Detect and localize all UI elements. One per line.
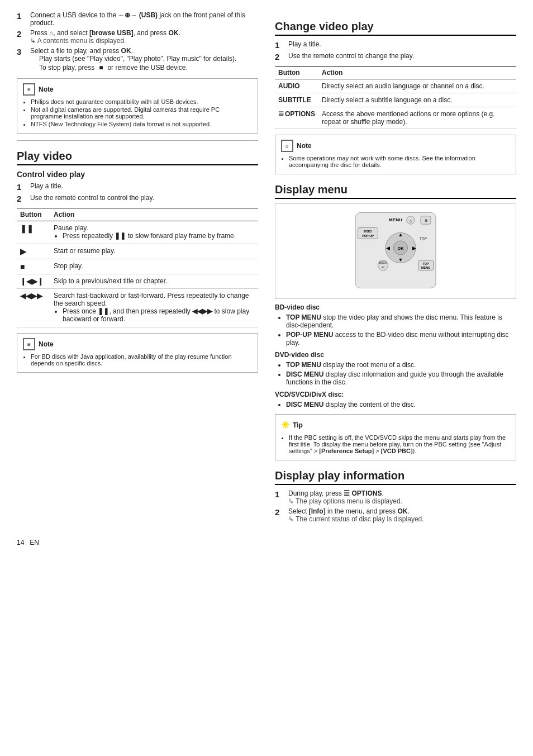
step-number: 1 <box>275 40 284 50</box>
control-table: Button Action ❚❚ Pause play. Press repea… <box>17 208 258 327</box>
bullet-item: TOP MENU display the root menu of a disc… <box>286 361 516 369</box>
action-cell: Pause play. Press repeatedly ❚❚ to slow … <box>50 221 258 244</box>
step-content: Play a title. <box>288 40 516 50</box>
step-content: Play a title. <box>30 182 258 192</box>
svg-text:POP-UP: POP-UP <box>362 234 374 237</box>
usb-step-2: 2 Press ⌂, and select [browse USB], and … <box>17 29 258 45</box>
svg-text:TOP: TOP <box>420 237 427 241</box>
note-header: ≡ Note <box>23 83 252 96</box>
page-number: 14 <box>17 539 24 546</box>
action-cell: Skip to a previous/next title or chapter… <box>50 274 258 289</box>
usb-note-box: ≡ Note Philips does not guarantee compat… <box>17 78 258 134</box>
note-list: For BD discs with Java application, avai… <box>23 353 252 367</box>
play-video-title: Play video <box>17 150 258 165</box>
table-row: SUBTITLE Directly select a subtitle lang… <box>275 93 516 107</box>
svg-text:DISC/: DISC/ <box>364 230 372 233</box>
table-row: AUDIO Directly select an audio language … <box>275 79 516 93</box>
bullet-item: Press repeatedly ❚❚ to slow forward play… <box>63 232 255 240</box>
svg-text:☰: ☰ <box>425 218 427 222</box>
action-cell: Directly select a subtitle language on a… <box>318 93 516 107</box>
step-number: 1 <box>275 489 284 505</box>
table-row: ◀◀▶▶ Search fast-backward or fast-forwar… <box>17 289 258 327</box>
action-bullets: Press once ❚❚, and then press repeatedly… <box>54 307 255 323</box>
note-icon: ≡ <box>23 83 35 96</box>
svg-text:◀: ◀ <box>386 245 390 251</box>
step-content: During play, press ☰ OPTIONS. The play o… <box>288 489 516 505</box>
control-note-box: ≡ Note For BD discs with Java applicatio… <box>17 333 258 373</box>
col-action: Action <box>318 66 516 79</box>
button-cell: ❚❚ <box>17 221 50 244</box>
col-button: Button <box>17 208 50 221</box>
note-icon: ≡ <box>281 140 293 152</box>
note-header: ≡ Note <box>23 338 252 350</box>
note-label: Note <box>297 142 312 150</box>
change-table: Button Action AUDIO Directly select an a… <box>275 66 516 129</box>
step-content: Use the remote control to change the pla… <box>288 52 516 61</box>
action-cell: Directly select an audio language or cha… <box>318 79 516 93</box>
tip-label: Tip <box>293 421 303 429</box>
button-cell: ■ <box>17 259 50 274</box>
step-number: 2 <box>275 52 284 61</box>
dvd-video-list: TOP MENU display the root menu of a disc… <box>275 361 516 386</box>
step-bullets: Play starts (see "Play video", "Play pho… <box>30 55 258 72</box>
sub-note: The current status of disc play is displ… <box>288 515 424 523</box>
action-cell: Search fast-backward or fast-forward. Pr… <box>50 289 258 327</box>
table-row: OPTIONS Access the above mentioned actio… <box>275 107 516 129</box>
note-item: Not all digital cameras are supported. D… <box>31 106 252 120</box>
note-header: ≡ Note <box>281 140 510 152</box>
step-content: Use the remote control to control the pl… <box>30 194 258 203</box>
step-content: Press ⌂, and select [browse USB], and pr… <box>30 29 258 45</box>
bullet-item: DISC MENU display the content of the dis… <box>286 401 516 408</box>
note-icon: ≡ <box>23 338 35 350</box>
button-cell: ◀◀▶▶ <box>17 289 50 327</box>
control-step-2: 2 Use the remote control to control the … <box>17 194 258 203</box>
tip-icon: ✳ <box>281 419 289 431</box>
button-cell: SUBTITLE <box>275 93 318 107</box>
note-item: NTFS (New Technology File System) data f… <box>31 121 252 127</box>
step-content: Select [Info] in the menu, and press OK.… <box>288 507 516 523</box>
table-row: ❙◀▶❙ Skip to a previous/next title or ch… <box>17 274 258 289</box>
remote-svg: MENU ⌂ ☰ DISC/ POP-UP OK ▲ ▼ ◀ ▶ <box>345 208 446 292</box>
dvd-video-title: DVD-video disc <box>275 351 516 359</box>
svg-text:OK: OK <box>398 246 404 251</box>
bullet-item: TOP MENU stop the video play and shows t… <box>286 313 516 329</box>
note-item: For BD discs with Java application, avai… <box>31 353 252 367</box>
step-content: Connect a USB device to the ←⊕→ (USB) ja… <box>30 11 258 27</box>
table-row: ❚❚ Pause play. Press repeatedly ❚❚ to sl… <box>17 221 258 244</box>
bullet-item: To stop play, press ■ or remove the USB … <box>39 64 258 72</box>
step-number: 2 <box>17 29 26 45</box>
usb-step-1: 1 Connect a USB device to the ←⊕→ (USB) … <box>17 11 258 27</box>
bullet-item: POP-UP MENU access to the BD-video disc … <box>286 331 516 346</box>
step-number: 2 <box>275 507 284 523</box>
control-video-title: Control video play <box>17 170 258 179</box>
action-bullets: Press repeatedly ❚❚ to slow forward play… <box>54 232 255 240</box>
bullet-item: DISC MENU display disc information and g… <box>286 370 516 386</box>
page-footer: 14 EN <box>17 539 516 546</box>
col-action: Action <box>50 208 258 221</box>
note-list: Philips does not guarantee compatibility… <box>23 98 252 127</box>
tip-item: If the PBC setting is off, the VCD/SVCD … <box>289 434 510 454</box>
sub-note: A contents menu is displayed. <box>30 37 126 45</box>
button-cell: ❙◀▶❙ <box>17 274 50 289</box>
tip-box: ✳ Tip If the PBC setting is off, the VCD… <box>275 414 516 460</box>
bullet-item: Play starts (see "Play video", "Play pho… <box>39 55 258 63</box>
display-play-info-title: Display play information <box>275 469 516 485</box>
vcd-title: VCD/SVCD/DivX disc: <box>275 391 516 398</box>
step-number: 2 <box>17 194 26 203</box>
svg-text:▲: ▲ <box>398 232 403 237</box>
step-number: 1 <box>17 11 26 27</box>
info-step-1: 1 During play, press ☰ OPTIONS. The play… <box>275 489 516 505</box>
remote-diagram: MENU ⌂ ☰ DISC/ POP-UP OK ▲ ▼ ◀ ▶ <box>275 203 516 299</box>
action-cell: Start or resume play. <box>50 244 258 259</box>
svg-text:BACK: BACK <box>379 261 387 264</box>
svg-text:▼: ▼ <box>398 257 403 263</box>
note-list: Some operations may not work with some d… <box>281 155 510 168</box>
tip-list: If the PBC setting is off, the VCD/SVCD … <box>281 434 510 454</box>
change-video-title: Change video play <box>275 20 516 36</box>
change-step-1: 1 Play a title. <box>275 40 516 50</box>
table-row: ▶ Start or resume play. <box>17 244 258 259</box>
control-steps: 1 Play a title. 2 Use the remote control… <box>17 182 258 203</box>
button-cell: ▶ <box>17 244 50 259</box>
display-info-steps: 1 During play, press ☰ OPTIONS. The play… <box>275 489 516 523</box>
usb-step-3: 3 Select a file to play, and press OK. P… <box>17 47 258 73</box>
